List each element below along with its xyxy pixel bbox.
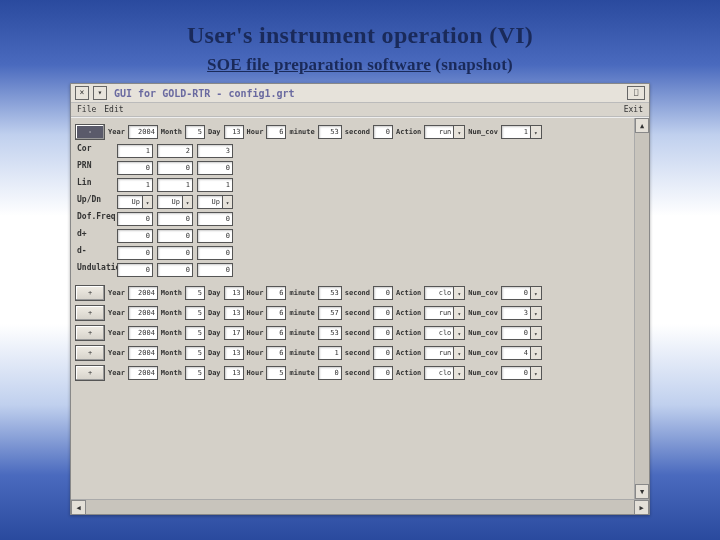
param-input[interactable]: 3 — [197, 144, 233, 158]
window-minimize-button[interactable]: ▾ — [93, 86, 107, 100]
day-input[interactable]: 13 — [224, 125, 244, 139]
month-input[interactable]: 5 — [185, 286, 205, 300]
expand-button[interactable]: + — [75, 365, 105, 381]
expand-button[interactable]: + — [75, 345, 105, 361]
dropdown-arrow-icon[interactable]: ▾ — [143, 195, 153, 209]
hscroll-track[interactable] — [86, 500, 634, 514]
window-close-button[interactable]: × — [75, 86, 89, 100]
hour-input[interactable]: 6 — [266, 346, 286, 360]
param-input[interactable]: 0 — [157, 229, 193, 243]
param-input[interactable]: 1 — [117, 144, 153, 158]
hour-input[interactable]: 6 — [266, 306, 286, 320]
day-input[interactable]: 13 — [224, 366, 244, 380]
year-input[interactable]: 2004 — [128, 366, 158, 380]
dropdown-arrow-icon[interactable]: ▾ — [454, 326, 465, 340]
param-input[interactable]: 1 — [117, 178, 153, 192]
param-input[interactable]: 0 — [117, 246, 153, 260]
expand-button[interactable]: - — [75, 124, 105, 140]
scroll-down-button[interactable]: ▼ — [635, 484, 649, 499]
minute-input[interactable]: 53 — [318, 125, 342, 139]
param-input[interactable]: 1 — [197, 178, 233, 192]
dropdown-arrow-icon[interactable]: ▾ — [531, 125, 542, 139]
year-input[interactable]: 2004 — [128, 326, 158, 340]
expand-button[interactable]: + — [75, 305, 105, 321]
dropdown-arrow-icon[interactable]: ▾ — [531, 326, 542, 340]
dropdown-arrow-icon[interactable]: ▾ — [183, 195, 193, 209]
second-input[interactable]: 0 — [373, 286, 393, 300]
minute-input[interactable]: 53 — [318, 286, 342, 300]
scroll-left-button[interactable]: ◀ — [71, 500, 86, 515]
numcov-select-value[interactable]: 1 — [501, 125, 531, 139]
numcov-select-value[interactable]: 3 — [501, 306, 531, 320]
menu-exit[interactable]: Exit — [624, 105, 643, 114]
minute-input[interactable]: 1 — [318, 346, 342, 360]
action-select-value[interactable]: clo — [424, 326, 454, 340]
dropdown-arrow-icon[interactable]: ▾ — [531, 366, 542, 380]
param-input[interactable]: 0 — [197, 263, 233, 277]
second-input[interactable]: 0 — [373, 326, 393, 340]
dropdown-arrow-icon[interactable]: ▾ — [223, 195, 233, 209]
param-input[interactable]: 0 — [197, 229, 233, 243]
minute-input[interactable]: 53 — [318, 326, 342, 340]
param-value[interactable]: Up — [117, 195, 143, 209]
minute-input[interactable]: 57 — [318, 306, 342, 320]
month-input[interactable]: 5 — [185, 366, 205, 380]
year-input[interactable]: 2004 — [128, 125, 158, 139]
param-input[interactable]: 0 — [117, 212, 153, 226]
scroll-up-button[interactable]: ▲ — [635, 118, 649, 133]
dropdown-arrow-icon[interactable]: ▾ — [454, 366, 465, 380]
param-input[interactable]: 2 — [157, 144, 193, 158]
numcov-select-value[interactable]: 0 — [501, 366, 531, 380]
second-input[interactable]: 0 — [373, 346, 393, 360]
year-input[interactable]: 2004 — [128, 286, 158, 300]
month-input[interactable]: 5 — [185, 346, 205, 360]
year-input[interactable]: 2004 — [128, 306, 158, 320]
param-input[interactable]: 1 — [157, 178, 193, 192]
hour-input[interactable]: 6 — [266, 326, 286, 340]
action-select-value[interactable]: run — [424, 306, 454, 320]
dropdown-arrow-icon[interactable]: ▾ — [531, 306, 542, 320]
numcov-select-value[interactable]: 4 — [501, 346, 531, 360]
param-input[interactable]: 0 — [117, 229, 153, 243]
scroll-track[interactable] — [635, 133, 649, 484]
dropdown-arrow-icon[interactable]: ▾ — [531, 286, 542, 300]
second-input[interactable]: 0 — [373, 125, 393, 139]
param-input[interactable]: 0 — [157, 246, 193, 260]
param-input[interactable]: 0 — [197, 161, 233, 175]
param-input[interactable]: 0 — [157, 161, 193, 175]
dropdown-arrow-icon[interactable]: ▾ — [454, 125, 465, 139]
action-select-value[interactable]: run — [424, 125, 454, 139]
window-help-button[interactable]: ⎕ — [627, 86, 645, 100]
day-input[interactable]: 13 — [224, 306, 244, 320]
second-input[interactable]: 0 — [373, 306, 393, 320]
param-input[interactable]: 0 — [117, 263, 153, 277]
param-input[interactable]: 0 — [157, 212, 193, 226]
numcov-select-value[interactable]: 0 — [501, 326, 531, 340]
action-select-value[interactable]: run — [424, 346, 454, 360]
param-value[interactable]: Up — [157, 195, 183, 209]
day-input[interactable]: 13 — [224, 286, 244, 300]
day-input[interactable]: 17 — [224, 326, 244, 340]
month-input[interactable]: 5 — [185, 306, 205, 320]
param-value[interactable]: Up — [197, 195, 223, 209]
dropdown-arrow-icon[interactable]: ▾ — [531, 346, 542, 360]
expand-button[interactable]: + — [75, 285, 105, 301]
scroll-right-button[interactable]: ▶ — [634, 500, 649, 515]
action-select-value[interactable]: clo — [424, 286, 454, 300]
vertical-scrollbar[interactable]: ▲ ▼ — [634, 118, 649, 499]
param-input[interactable]: 0 — [197, 212, 233, 226]
dropdown-arrow-icon[interactable]: ▾ — [454, 286, 465, 300]
day-input[interactable]: 13 — [224, 346, 244, 360]
menu-file[interactable]: File — [77, 105, 96, 114]
param-input[interactable]: 0 — [197, 246, 233, 260]
hour-input[interactable]: 6 — [266, 286, 286, 300]
month-input[interactable]: 5 — [185, 125, 205, 139]
param-input[interactable]: 0 — [157, 263, 193, 277]
expand-button[interactable]: + — [75, 325, 105, 341]
month-input[interactable]: 5 — [185, 326, 205, 340]
hour-input[interactable]: 6 — [266, 125, 286, 139]
menu-edit[interactable]: Edit — [104, 105, 123, 114]
param-input[interactable]: 0 — [117, 161, 153, 175]
second-input[interactable]: 0 — [373, 366, 393, 380]
numcov-select-value[interactable]: 0 — [501, 286, 531, 300]
